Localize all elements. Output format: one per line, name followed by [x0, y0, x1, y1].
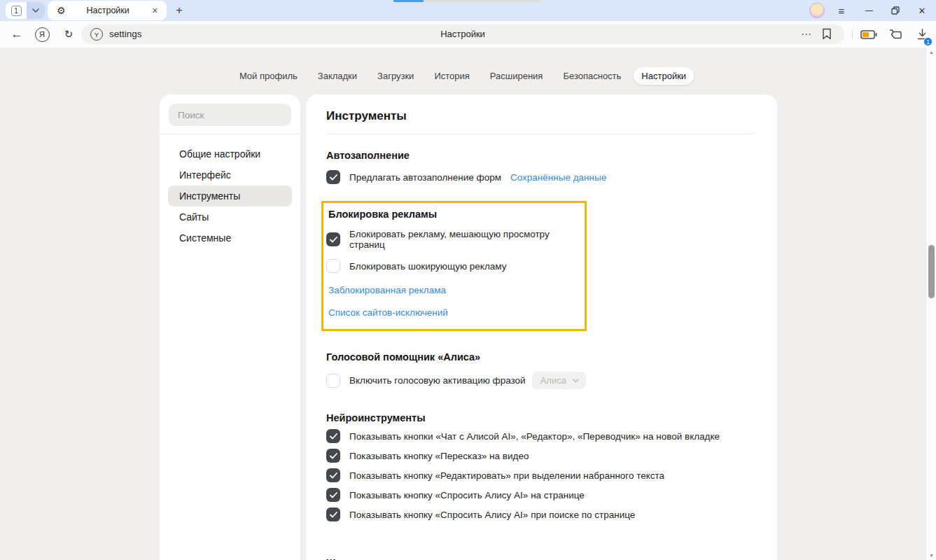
section-mouse-gestures: Жесты мыши Включить Настройки жестов	[326, 557, 755, 560]
download-count-badge: 1	[923, 37, 932, 46]
adblock-annoying-checkbox[interactable]	[326, 232, 340, 246]
scroll-down-icon[interactable]: ▼	[926, 553, 936, 558]
tab-title: Настройки	[66, 6, 151, 15]
adblock-shocking-label: Блокировать шокирующую рекламу	[349, 261, 506, 272]
neurotools-heading: Нейроинструменты	[326, 412, 755, 424]
section-autofill: Автозаполнение Предлагать автозаполнение…	[326, 150, 755, 184]
toolbar-divider	[852, 30, 853, 39]
browser-menu-button[interactable]: ≡	[831, 0, 852, 21]
browser-tab-settings[interactable]: ⚙ Настройки ✕	[48, 1, 167, 20]
neuro-video-summary-label: Показывать кнопку «Пересказ» на видео	[349, 451, 529, 461]
nav-tab-settings[interactable]: Настройки	[634, 67, 694, 85]
profile-avatar[interactable]	[809, 3, 825, 18]
section-alice: Голосовой помощник «Алиса» Включить голо…	[326, 351, 755, 389]
tab-list-chevron-icon[interactable]	[27, 2, 45, 19]
nav-tab-extensions[interactable]: Расширения	[482, 67, 551, 85]
neuro-newtab-buttons-label: Показывать кнопки «Чат с Алисой AI», «Ре…	[349, 431, 720, 442]
alice-phrase-dropdown[interactable]: Алиса	[532, 372, 586, 389]
dropdown-chevron-icon	[573, 379, 579, 383]
nav-tab-profile[interactable]: Мой профиль	[232, 67, 305, 85]
neuro-ask-alice-search-label: Показывать кнопку «Спросить Алису AI» пр…	[349, 510, 635, 520]
neuro-video-summary-checkbox[interactable]	[326, 449, 340, 463]
downloads-button[interactable]: 1	[911, 21, 932, 48]
alice-activation-checkbox[interactable]	[326, 374, 340, 388]
tab-bar: 1 ⚙ Настройки ✕ + ≡ ✕	[0, 0, 936, 21]
scroll-up-icon[interactable]: ▲	[926, 50, 936, 55]
nav-tab-downloads[interactable]: Загрузки	[370, 67, 421, 85]
more-actions-icon[interactable]: ⋯	[801, 24, 812, 44]
sidebar-item-system[interactable]: Системные	[168, 227, 292, 248]
tab-counter-button[interactable]: 1	[6, 2, 45, 19]
settings-gear-icon: ⚙	[57, 6, 66, 15]
collections-tag-icon[interactable]	[885, 21, 906, 48]
sidebar-items: Общие настройки Интерфейс Инструменты Са…	[160, 134, 300, 258]
new-tab-button[interactable]: +	[172, 3, 187, 18]
media-progress-bar	[393, 0, 424, 2]
battery-saver-icon[interactable]	[858, 21, 879, 48]
site-exceptions-link[interactable]: Список сайтов-исключений	[328, 307, 578, 318]
refresh-button[interactable]: ↻	[59, 21, 78, 48]
window-minimize-button[interactable]	[858, 0, 879, 21]
bookmark-icon[interactable]	[822, 28, 832, 40]
alice-activation-label: Включить голосовую активацию фразой	[349, 375, 526, 386]
sidebar-item-tools[interactable]: Инструменты	[168, 186, 292, 206]
neuro-ask-alice-page-checkbox[interactable]	[326, 488, 340, 502]
blocked-ads-link[interactable]: Заблокированная реклама	[328, 285, 578, 295]
search-input[interactable]	[169, 104, 291, 126]
title-divider	[326, 134, 755, 134]
autofill-heading: Автозаполнение	[326, 150, 755, 161]
sidebar-item-general[interactable]: Общие настройки	[168, 144, 292, 164]
settings-page: Мой профиль Закладки Загрузки История Ра…	[0, 48, 936, 560]
nav-tab-security[interactable]: Безопасность	[555, 67, 629, 85]
page-title: Инструменты	[326, 109, 755, 123]
sidebar-item-sites[interactable]: Сайты	[168, 206, 292, 227]
neuro-edit-selection-checkbox[interactable]	[326, 468, 340, 482]
scrollbar-thumb[interactable]	[928, 245, 935, 298]
neuro-ask-alice-page-label: Показывать кнопку «Спросить Алису AI» на…	[349, 490, 585, 500]
settings-nav-tabs: Мой профиль Закладки Загрузки История Ра…	[0, 66, 925, 85]
page-scrollbar[interactable]: ▲ ▼	[925, 48, 936, 560]
sidebar-item-interface[interactable]: Интерфейс	[168, 164, 292, 186]
nav-tab-history[interactable]: История	[426, 67, 477, 85]
gestures-heading: Жесты мыши	[326, 557, 755, 560]
window-restore-button[interactable]	[885, 0, 906, 21]
back-button[interactable]: ←	[7, 21, 27, 48]
alice-heading: Голосовой помощник «Алиса»	[326, 351, 755, 363]
section-adblock-highlighted: Блокировка рекламы Блокировать рекламу, …	[321, 201, 587, 331]
media-progress-track	[424, 0, 541, 2]
address-bar[interactable]: Y Настройки ⋯	[81, 24, 844, 44]
yandex-logo-icon[interactable]: Я	[32, 21, 52, 48]
neuro-ask-alice-search-checkbox[interactable]	[326, 507, 340, 522]
adblock-shocking-checkbox[interactable]	[326, 259, 340, 273]
settings-sidebar: Общие настройки Интерфейс Инструменты Са…	[160, 94, 300, 560]
autofill-checkbox[interactable]	[326, 170, 340, 184]
section-neurotools: Нейроинструменты Показывать кнопки «Чат …	[326, 412, 755, 522]
autofill-checkbox-label: Предлагать автозаполнение форм	[349, 172, 501, 183]
tab-count-value: 1	[11, 6, 22, 16]
site-badge-icon[interactable]: Y	[90, 28, 103, 41]
adblock-annoying-label: Блокировать рекламу, мешающую просмотру …	[349, 229, 578, 250]
tab-count[interactable]: 1	[6, 2, 27, 19]
neuro-newtab-buttons-checkbox[interactable]	[326, 429, 340, 443]
tab-close-icon[interactable]: ✕	[151, 5, 160, 17]
adblock-heading: Блокировка рекламы	[328, 209, 578, 220]
browser-window: 1 ⚙ Настройки ✕ + ≡ ✕ ← Я ↻ Y	[0, 0, 936, 560]
window-close-button[interactable]: ✕	[911, 0, 932, 21]
address-toolbar: ← Я ↻ Y Настройки ⋯ 1	[0, 21, 936, 48]
alice-phrase-value: Алиса	[540, 375, 566, 386]
address-input[interactable]	[109, 24, 319, 44]
settings-main-panel: Инструменты Автозаполнение Предлагать ав…	[306, 94, 777, 560]
saved-data-link[interactable]: Сохранённые данные	[510, 172, 606, 183]
neuro-edit-selection-label: Показывать кнопку «Редактировать» при вы…	[349, 470, 664, 481]
nav-tab-bookmarks[interactable]: Закладки	[310, 67, 365, 85]
